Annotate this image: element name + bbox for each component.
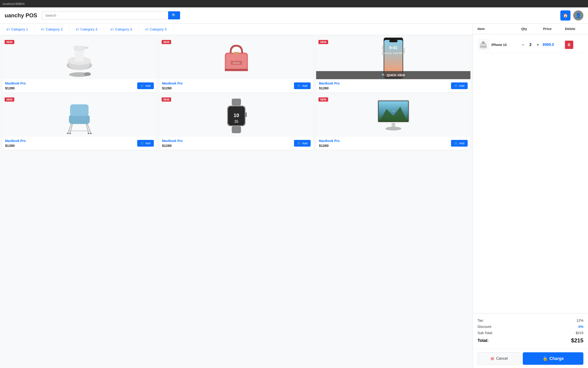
product-name-5: MacBook Pro bbox=[162, 139, 183, 143]
qty-controls-1: − 2 + bbox=[520, 42, 541, 47]
product-card-6[interactable]: NEW bbox=[316, 95, 470, 150]
home-button[interactable]: 🏠 bbox=[560, 10, 570, 20]
cart-col-delete: Delete bbox=[565, 27, 583, 31]
product-img-wrap-6: NEW bbox=[316, 95, 470, 137]
product-card-5[interactable]: NEW 10 35 bbox=[159, 95, 314, 150]
svg-rect-22 bbox=[382, 46, 383, 50]
cancel-icon: ⊗ bbox=[491, 356, 494, 361]
category-tab-2[interactable]: 🏷 Category 2 bbox=[35, 26, 69, 33]
product-info-1: MacBook Pro $1280 🛒 Add bbox=[2, 79, 157, 92]
trash-icon-1: 🗑 bbox=[567, 43, 571, 47]
charge-label: Charge bbox=[550, 356, 564, 361]
category-tab-4[interactable]: 🏷 Category 4 bbox=[104, 26, 139, 33]
svg-rect-13 bbox=[234, 52, 239, 54]
add-button-5[interactable]: 🛒 Add bbox=[294, 140, 311, 147]
svg-rect-23 bbox=[382, 51, 383, 55]
cart-item-price-1: 8999.0 bbox=[543, 43, 563, 47]
product-card-2[interactable]: NEW PRADA bbox=[159, 38, 314, 92]
svg-point-33 bbox=[69, 133, 71, 134]
product-grid: NEW bbox=[0, 35, 473, 368]
cart-item-1: iPhone 13 − 2 + 8999.0 🗑 bbox=[478, 37, 583, 53]
lock-icon: 🔒 bbox=[543, 356, 548, 361]
product-info-4: MacBook Pro $1280 🛒 Add bbox=[2, 137, 157, 150]
svg-point-31 bbox=[67, 133, 69, 134]
product-name-3: MacBook Pro bbox=[319, 82, 339, 85]
add-button-3[interactable]: 🛒 Add bbox=[451, 83, 468, 89]
svg-text:Wednesday, September 13: Wednesday, September 13 bbox=[381, 52, 406, 54]
summary-subtotal-row: Sub Total: $215 bbox=[478, 330, 583, 336]
product-price-2: $1280 bbox=[162, 86, 183, 90]
svg-rect-5 bbox=[84, 47, 88, 49]
svg-rect-21 bbox=[404, 48, 405, 54]
summary-discount-row: Discount: 0% bbox=[478, 323, 583, 330]
cart-icon-4: 🛒 bbox=[140, 141, 144, 145]
quick-view-label-3: QUICK VIEW bbox=[387, 74, 405, 77]
qty-decrease-1[interactable]: − bbox=[520, 42, 526, 47]
quick-view-icon-3: 🔍 bbox=[382, 74, 385, 77]
avatar: 👤 bbox=[573, 10, 583, 20]
svg-rect-4 bbox=[74, 46, 85, 51]
svg-point-54 bbox=[483, 46, 484, 47]
svg-point-53 bbox=[481, 46, 482, 47]
delete-item-1[interactable]: 🗑 bbox=[565, 41, 573, 49]
total-label: Total: bbox=[478, 338, 489, 343]
category-tab-5[interactable]: 🏷 Category 5 bbox=[139, 26, 173, 33]
product-img-wrap-1: NEW bbox=[2, 38, 157, 79]
cart-item-img-1 bbox=[478, 39, 489, 51]
add-button-2[interactable]: 🛒 Add bbox=[294, 83, 311, 89]
category-tab-label-2: Category 2 bbox=[46, 27, 62, 31]
product-card-4[interactable]: NEW bbox=[2, 95, 157, 150]
new-badge-4: NEW bbox=[5, 97, 14, 101]
product-info-5: MacBook Pro $1280 🛒 Add bbox=[159, 137, 314, 150]
svg-rect-35 bbox=[232, 99, 241, 105]
charge-button[interactable]: 🔒 Charge bbox=[523, 352, 583, 365]
category-tab-3[interactable]: 🏷 Category 3 bbox=[70, 26, 104, 33]
product-img-wrap-3: NEW bbox=[316, 38, 470, 79]
qty-value-1: 2 bbox=[528, 43, 533, 47]
add-button-4[interactable]: 🛒 Add bbox=[137, 140, 154, 147]
product-name-2: MacBook Pro bbox=[162, 82, 183, 85]
svg-point-49 bbox=[393, 110, 394, 112]
product-card-1[interactable]: NEW bbox=[2, 38, 157, 92]
svg-point-34 bbox=[88, 133, 89, 134]
app-title: uanchy POS bbox=[5, 12, 37, 19]
cancel-label: Cancel bbox=[496, 357, 508, 361]
add-button-1[interactable]: 🛒 Add bbox=[137, 83, 154, 89]
product-card-3[interactable]: NEW bbox=[316, 38, 470, 92]
svg-text:PRADA: PRADA bbox=[233, 62, 240, 64]
subtotal-label: Sub Total: bbox=[478, 331, 493, 335]
browser-bar: localhost:8080/# bbox=[0, 0, 588, 7]
product-price-5: $1280 bbox=[162, 144, 183, 147]
cart-item-info-1: iPhone 13 bbox=[478, 39, 518, 51]
product-price-1: $1280 bbox=[5, 86, 26, 90]
tax-value: 12% bbox=[577, 318, 583, 322]
svg-point-48 bbox=[385, 127, 402, 130]
tax-label: Tax: bbox=[478, 318, 484, 322]
svg-text:10: 10 bbox=[234, 112, 239, 118]
search-container: 🔍 bbox=[42, 11, 180, 19]
add-button-6[interactable]: 🛒 Add bbox=[451, 140, 468, 147]
product-img-wrap-5: NEW 10 35 bbox=[159, 95, 314, 137]
qty-increase-1[interactable]: + bbox=[535, 42, 541, 47]
product-info-2: MacBook Pro $1280 🛒 Add bbox=[159, 79, 314, 92]
search-button[interactable]: 🔍 bbox=[168, 11, 180, 19]
subtotal-value: $215 bbox=[576, 331, 583, 335]
product-price-4: $1280 bbox=[5, 144, 26, 147]
tag-icon-5: 🏷 bbox=[145, 28, 149, 31]
cart-summary: Tax: 12% Discount: 0% Sub Total: $215 To… bbox=[473, 313, 588, 349]
cart-header: Item Qty Price Delete bbox=[473, 24, 588, 34]
new-badge-3: NEW bbox=[318, 40, 328, 44]
product-name-6: MacBook Pro bbox=[319, 139, 339, 143]
search-input[interactable] bbox=[42, 11, 168, 19]
category-tab-1[interactable]: 🏷 Category 1 bbox=[0, 26, 35, 33]
add-label-1: Add bbox=[145, 84, 150, 88]
svg-point-55 bbox=[485, 46, 486, 47]
cancel-button[interactable]: ⊗ Cancel bbox=[478, 352, 520, 365]
quick-view-overlay-3[interactable]: 🔍 QUICK VIEW bbox=[316, 71, 470, 79]
discount-label: Discount: bbox=[478, 325, 492, 329]
svg-rect-12 bbox=[225, 69, 248, 71]
svg-rect-41 bbox=[232, 126, 241, 133]
add-label-3: Add bbox=[459, 84, 465, 88]
product-img-wrap-4: NEW bbox=[2, 95, 157, 137]
header-right: 🏠 👤 bbox=[560, 10, 583, 20]
